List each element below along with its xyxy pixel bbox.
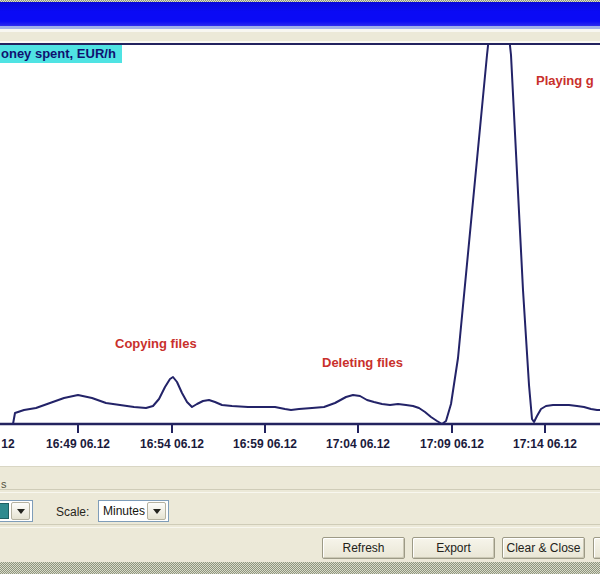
x-axis-tick-label: 16:49 06.12 <box>46 437 110 451</box>
x-axis-ticks <box>78 425 545 433</box>
x-axis-tick-label: 16:59 06.12 <box>233 437 297 451</box>
money-spent-chart <box>0 45 600 466</box>
x-axis-tick-label: 16:54 06.12 <box>140 437 204 451</box>
color-select-dropdown[interactable] <box>0 500 33 522</box>
x-axis-tick-label: 17:04 06.12 <box>326 437 390 451</box>
clear-and-close-button[interactable]: Clear & Close <box>502 537 585 559</box>
etched-separator <box>0 489 600 493</box>
export-button[interactable]: Export <box>412 537 495 559</box>
scale-select-dropdown[interactable]: Minutes <box>98 500 169 522</box>
window-frame-strip <box>0 32 600 41</box>
chevron-down-icon <box>153 509 161 514</box>
annotation-playing-games: Playing g <box>536 73 594 88</box>
chart-series-label: oney spent, EUR/h <box>0 45 122 63</box>
title-bar[interactable] <box>0 2 600 26</box>
color-dropdown-button[interactable] <box>11 502 30 520</box>
x-axis-tick-label: 17:09 06.12 <box>420 437 484 451</box>
x-axis-tick-label: 17:14 06.12 <box>513 437 577 451</box>
clipped-caption: s <box>1 478 7 490</box>
color-swatch <box>0 503 9 519</box>
window-bottom-edge-texture <box>0 562 600 574</box>
scale-selected-value: Minutes <box>103 504 145 518</box>
annotation-deleting-files: Deleting files <box>322 355 403 370</box>
clipped-button[interactable] <box>593 537 600 559</box>
refresh-button[interactable]: Refresh <box>322 537 405 559</box>
scale-label: Scale: <box>56 505 89 519</box>
annotation-copying-files: Copying files <box>115 336 197 351</box>
etched-separator <box>0 524 600 528</box>
scale-dropdown-button[interactable] <box>147 502 166 520</box>
chevron-down-icon <box>17 509 25 514</box>
app-window: { "window": { "titlebar_text": "" }, "ch… <box>0 0 600 574</box>
x-axis-tick-label: 12 <box>1 437 14 451</box>
money-curve <box>13 45 600 424</box>
